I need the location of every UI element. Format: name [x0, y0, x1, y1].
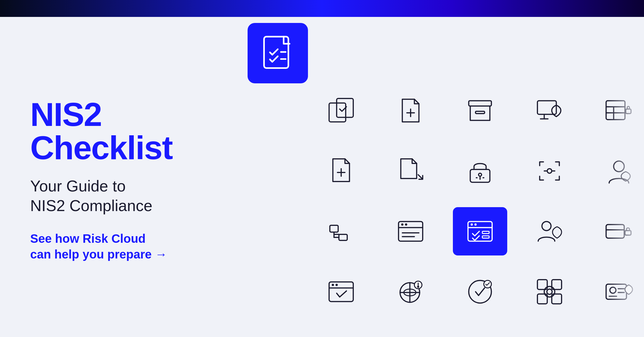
cta-link[interactable]: See how Risk Cloud can help you prepare … — [30, 231, 205, 262]
svg-point-58 — [418, 286, 419, 287]
svg-rect-3 — [329, 103, 346, 122]
left-panel: NIS2 Checklist Your Guide to NIS2 Compli… — [0, 17, 229, 337]
svg-point-52 — [335, 284, 338, 286]
icon-browser-check — [314, 268, 368, 316]
svg-point-41 — [471, 223, 473, 226]
right-fade-overlay — [608, 17, 644, 337]
icon-checklist-window-highlighted — [453, 207, 507, 255]
svg-point-36 — [405, 223, 407, 226]
icon-file-add — [383, 86, 438, 135]
icon-lock-code — [453, 147, 507, 195]
featured-checklist-icon — [248, 23, 308, 83]
icon-browser-list — [383, 207, 438, 255]
checklist-document-icon — [258, 34, 297, 73]
icon-shield-check-circle — [453, 268, 507, 316]
page-subtitle: Your Guide to NIS2 Compliance — [30, 176, 205, 216]
icon-file-transfer — [383, 147, 438, 195]
icons-grid — [229, 77, 644, 337]
svg-point-45 — [542, 222, 551, 231]
svg-rect-7 — [469, 101, 492, 106]
top-gradient-bar — [0, 0, 644, 17]
icon-monitor-shield — [522, 86, 577, 135]
main-content: NIS2 Checklist Your Guide to NIS2 Compli… — [0, 17, 644, 337]
icon-globe-alert — [383, 268, 438, 316]
icon-file-plus-badge — [314, 147, 368, 195]
svg-rect-44 — [482, 236, 489, 238]
svg-point-42 — [474, 223, 477, 226]
page-title: NIS2 Checklist — [30, 98, 205, 164]
icon-person-shield — [522, 207, 577, 255]
right-panel — [229, 17, 644, 337]
icon-folder-tree — [314, 207, 368, 255]
icon-box-checklist — [314, 86, 368, 135]
icon-archive-box — [453, 86, 507, 135]
svg-rect-28 — [330, 225, 338, 232]
icon-fingerprint-scan — [522, 268, 577, 316]
svg-point-65 — [544, 287, 555, 297]
icon-scan-focus — [522, 147, 577, 195]
svg-point-35 — [401, 223, 404, 226]
svg-rect-31 — [339, 234, 348, 240]
svg-point-51 — [332, 284, 334, 286]
svg-point-66 — [547, 289, 552, 294]
svg-rect-43 — [482, 231, 489, 234]
svg-rect-8 — [476, 111, 485, 114]
svg-point-24 — [547, 169, 552, 173]
